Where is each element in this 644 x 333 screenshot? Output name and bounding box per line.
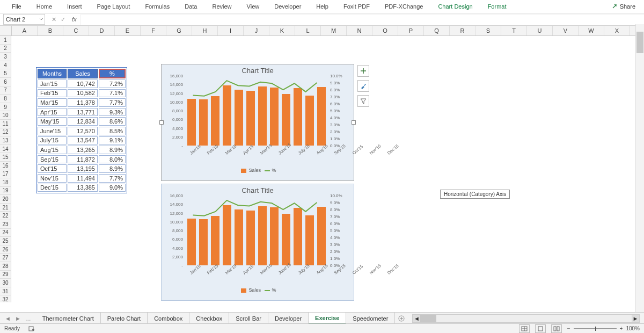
row-32[interactable]: 32 xyxy=(0,295,11,302)
row-21[interactable]: 21 xyxy=(0,204,11,212)
table-row[interactable]: May'1512,8348.6% xyxy=(38,117,126,126)
x-axis[interactable]: Jan'15Feb'15Mar'15Apr'15May'15June'15Jul… xyxy=(185,266,328,277)
sheet-tab[interactable]: Scroll Bar xyxy=(229,313,268,324)
sheet-tab[interactable]: Pareto Chart xyxy=(101,313,148,324)
row-29[interactable]: 29 xyxy=(0,271,11,279)
chart-1[interactable]: Chart Title -2,0004,0006,0008,00010,0001… xyxy=(161,64,354,181)
cell-month[interactable]: Nov'15 xyxy=(38,174,67,183)
hdr-sales[interactable]: Sales xyxy=(68,69,98,78)
row-16[interactable]: 16 xyxy=(0,162,11,170)
cell-sales[interactable]: 12,570 xyxy=(68,127,98,135)
legend[interactable]: Sales % xyxy=(162,168,354,173)
scroll-thumb[interactable] xyxy=(420,315,436,322)
table-row[interactable]: July'1513,5479.1% xyxy=(38,136,126,145)
col-C[interactable]: C xyxy=(63,26,89,35)
table-row[interactable]: Aug'1513,2658.9% xyxy=(38,146,126,154)
cell-pct[interactable]: 8.6% xyxy=(99,117,126,126)
share-button[interactable]: Share xyxy=(607,3,640,10)
cell-pct[interactable]: 7.7% xyxy=(99,174,126,183)
tab-review[interactable]: Review xyxy=(204,0,239,13)
row-31[interactable]: 31 xyxy=(0,287,11,296)
cell-sales[interactable]: 13,547 xyxy=(68,136,98,145)
col-I[interactable]: I xyxy=(218,26,244,35)
col-E[interactable]: E xyxy=(115,26,141,35)
row-6[interactable]: 6 xyxy=(0,78,11,86)
table-row[interactable]: Apr'1513,7719.3% xyxy=(38,108,126,117)
cell-pct[interactable]: 7.2% xyxy=(99,79,126,88)
col-U[interactable]: U xyxy=(527,26,553,35)
row-14[interactable]: 14 xyxy=(0,145,11,154)
sheet-tab[interactable]: Exercise xyxy=(309,313,346,324)
cell-month[interactable]: Oct'15 xyxy=(38,164,67,173)
sheet-tab[interactable]: Thermometer Chart xyxy=(36,313,101,324)
row-7[interactable]: 7 xyxy=(0,86,11,95)
name-box[interactable]: Chart 2 xyxy=(3,14,45,25)
chart-2[interactable]: Chart Title -2,0004,0006,0008,00010,0001… xyxy=(161,184,354,301)
sheet-tab[interactable]: Checkbox xyxy=(189,313,229,324)
nav-prev-icon[interactable]: ◄ xyxy=(3,315,12,322)
hdr-months[interactable]: Months xyxy=(38,69,67,78)
x-axis[interactable]: Jan'15Feb'15Mar'15Apr'15May'15June'15Jul… xyxy=(185,147,328,157)
row-23[interactable]: 23 xyxy=(0,220,11,229)
row-27[interactable]: 27 xyxy=(0,254,11,262)
row-4[interactable]: 4 xyxy=(0,61,11,70)
tab-home[interactable]: Home xyxy=(29,0,60,13)
row-10[interactable]: 10 xyxy=(0,111,11,120)
scroll-left-icon[interactable]: ◄ xyxy=(413,315,420,322)
cell-month[interactable]: Dec'15 xyxy=(38,184,67,192)
col-J[interactable]: J xyxy=(244,26,269,35)
formula-input[interactable] xyxy=(80,15,644,25)
table-row[interactable]: Oct'1513,1958.9% xyxy=(38,164,126,173)
chart-filter-button[interactable] xyxy=(357,95,369,107)
row-11[interactable]: 11 xyxy=(0,120,11,128)
cell-month[interactable]: Feb'15 xyxy=(38,89,67,98)
plot-area[interactable]: -2,0004,0006,0008,00010,00012,00014,0001… xyxy=(185,196,328,265)
row-28[interactable]: 28 xyxy=(0,262,11,271)
hdr-pct[interactable]: % xyxy=(99,69,126,78)
cell-month[interactable]: Apr'15 xyxy=(38,108,67,117)
sheet-tab[interactable]: Combobox xyxy=(148,313,189,324)
vertical-scrollbar[interactable] xyxy=(635,24,644,313)
tab-page-layout[interactable]: Page Layout xyxy=(90,0,138,13)
row-30[interactable]: 30 xyxy=(0,279,11,287)
cell-month[interactable]: Mar'15 xyxy=(38,98,67,107)
macro-record-icon[interactable] xyxy=(24,326,39,331)
nav-next-icon[interactable]: ► xyxy=(13,315,23,322)
cell-pct[interactable]: 9.1% xyxy=(99,136,126,145)
tab-chart-design[interactable]: Chart Design xyxy=(430,0,480,13)
tab-data[interactable]: Data xyxy=(177,0,204,13)
col-T[interactable]: T xyxy=(501,26,527,35)
chart-title[interactable]: Chart Title xyxy=(162,184,354,196)
cell-month[interactable]: May'15 xyxy=(38,117,67,126)
row-26[interactable]: 26 xyxy=(0,245,11,254)
cell-sales[interactable]: 10,582 xyxy=(68,89,98,98)
table-row[interactable]: Feb'1510,5827.1% xyxy=(38,89,126,98)
col-P[interactable]: P xyxy=(398,26,424,35)
col-N[interactable]: N xyxy=(347,26,372,35)
cell-sales[interactable]: 11,494 xyxy=(68,174,98,183)
tab-formulas[interactable]: Formulas xyxy=(137,0,177,13)
tab-file[interactable]: File xyxy=(4,0,29,13)
zoom-slider[interactable] xyxy=(574,328,617,329)
chart-styles-button[interactable] xyxy=(357,80,369,92)
cell-sales[interactable]: 12,834 xyxy=(68,117,98,126)
row-1[interactable]: 1 xyxy=(0,36,11,45)
row-3[interactable]: 3 xyxy=(0,53,11,61)
zoom-value[interactable]: 100% xyxy=(626,325,640,331)
cell-pct[interactable]: 9.0% xyxy=(99,184,126,192)
row-17[interactable]: 17 xyxy=(0,170,11,179)
zoom-in-icon[interactable]: + xyxy=(620,325,623,331)
col-R[interactable]: R xyxy=(450,26,475,35)
col-L[interactable]: L xyxy=(295,26,321,35)
row-19[interactable]: 19 xyxy=(0,187,11,196)
view-page-break-button[interactable] xyxy=(551,324,562,333)
zoom-out-icon[interactable]: − xyxy=(567,325,570,331)
select-all-cell[interactable] xyxy=(0,26,12,35)
data-table[interactable]: Months Sales % Jan'1510,7427.2%Feb'1510,… xyxy=(36,67,127,193)
table-row[interactable]: Sep'1511,8728.0% xyxy=(38,155,126,164)
row-12[interactable]: 12 xyxy=(0,128,11,137)
cell-sales[interactable]: 13,195 xyxy=(68,164,98,173)
cell-pct[interactable]: 8.9% xyxy=(99,164,126,173)
spreadsheet-grid[interactable]: 1234567891011121314151617181920212223242… xyxy=(0,36,644,302)
row-8[interactable]: 8 xyxy=(0,95,11,103)
